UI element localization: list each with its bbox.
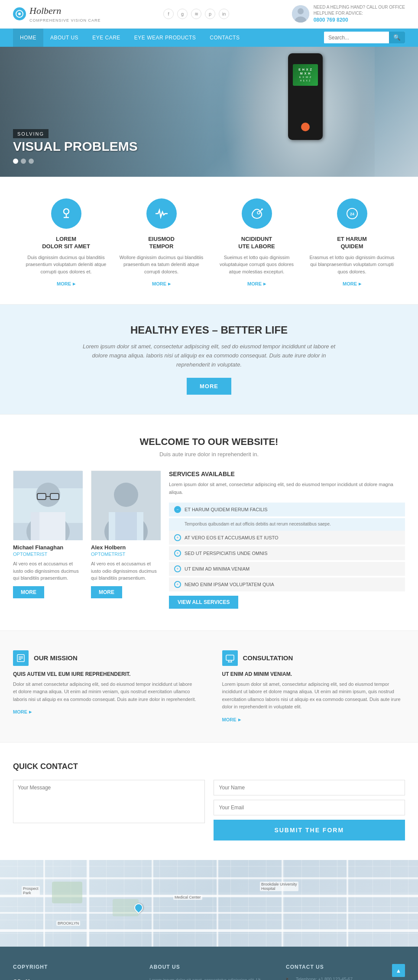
feature-icon-heartbeat (146, 198, 177, 229)
feature-desc-4: Erasmus et lotto quio dignissim ducimus … (309, 254, 395, 276)
hero-title: VISUAL PROBLEMS (13, 139, 138, 153)
contact-message-area (13, 780, 205, 840)
message-textarea[interactable] (13, 780, 205, 823)
welcome-section: WELCOME TO OUR WEBSITE! Duis aute irure … (0, 415, 418, 630)
feature-title-2: EIUSMODTEMPOR (118, 236, 205, 250)
scroll-to-top-button[interactable]: ▲ (392, 964, 405, 977)
view-all-services-button[interactable]: View All Services (169, 596, 238, 609)
nav-search-form: 🔍 (324, 32, 405, 43)
map-background: BROOKLYN ProspectPark Medical Center Bro… (0, 860, 418, 947)
doctor-title-1: OPTOMETRIST (13, 552, 82, 557)
nav-eye-care[interactable]: EYE CARE (85, 29, 127, 47)
social-icons-header: f g ≋ p in (163, 9, 229, 19)
consultation-subtitle: UT ENIM AD MINIM VENIAM. (222, 671, 405, 677)
consultation-title: CONSULTATION (243, 654, 293, 662)
banner-more-button[interactable]: MORE (187, 378, 231, 395)
consultation-more-link[interactable]: MORE (222, 717, 241, 722)
mission-col: OUR MISSION QUIS AUTEM VEL EUM IURE REPR… (13, 650, 196, 723)
hero-dot-3[interactable] (29, 159, 34, 164)
logo-sub: COMPREHENSIVE VISION CARE (29, 18, 101, 23)
feature-icon-eye-drop (242, 198, 272, 229)
footer-about-label: ABOUT US (149, 964, 269, 970)
svg-rect-26 (115, 512, 137, 540)
service-item-4[interactable]: + UT ENIM AD MINIMA VENIAM (169, 562, 405, 576)
feature-title-3: NCIDIDUNTUTE LABORE (214, 236, 300, 250)
service-label-4: UT ENIM AD MINIMA VENIAM (185, 566, 250, 571)
feature-more-4[interactable]: MORE (343, 281, 361, 286)
svg-point-10 (261, 208, 263, 210)
service-label-5: NEMO ENIM IPSAM VOLUPTATEM QUIA (185, 582, 274, 587)
doctor-card-2: Alex Holbern OPTOMETRIST Al vero eos et … (91, 471, 160, 608)
mission-grid: OUR MISSION QUIS AUTEM VEL EUM IURE REPR… (13, 650, 405, 723)
map-pin (134, 903, 143, 912)
banner-title: HEALTHY EYES – BETTER LIFE (13, 324, 405, 336)
welcome-grid: Michael Flanaghan OPTOMETRIST Al vero eo… (13, 471, 405, 608)
feature-title-1: LOREMDOLOR SIT AMET (23, 236, 110, 250)
nav-contacts[interactable]: CONTACTS (203, 29, 246, 47)
footer-contact-label: CONTACT US (286, 964, 324, 970)
feature-icon-microscope (51, 198, 81, 229)
feature-item-3: NCIDIDUNTUTE LABORE Sueimus et lotto qui… (214, 198, 300, 287)
name-input[interactable] (214, 780, 405, 795)
nav-home[interactable]: HOME (13, 29, 43, 47)
service-expand-icon-2: + (174, 534, 181, 541)
footer-about-col: ABOUT US Lorem ipsum dolor sit amet, con… (149, 964, 269, 980)
social-linkedin-header[interactable]: in (219, 9, 229, 19)
phone-icon: 📞 (286, 977, 292, 980)
email-input[interactable] (214, 800, 405, 815)
service-label-1: ET HARUM QUIDEM RERUM FACILIS (185, 507, 268, 512)
service-item-3[interactable]: + SED UT PERSPICIATIS UNDE OMNIS (169, 546, 405, 560)
doctor-more-button-1[interactable]: MORE (13, 586, 44, 598)
service-item-1[interactable]: − ET HARUM QUIDEM RERUM FACILIS (169, 503, 405, 516)
services-panel: SERVICES AVAILABLE Lorem ipsum dolor sit… (169, 471, 405, 608)
top-header: Holbern COMPREHENSIVE VISION CARE f g ≋ … (0, 0, 418, 29)
social-facebook-header[interactable]: f (163, 9, 174, 19)
feature-desc-1: Duis dignissim ducimus qui blanditiis pr… (23, 254, 110, 276)
service-label-2: AT VERO EOS ET ACCUSAMUS ET IUSTO (185, 535, 279, 540)
service-expand-icon-5: + (174, 581, 181, 588)
feature-more-1[interactable]: MORE (57, 281, 75, 286)
svg-point-3 (298, 8, 304, 14)
service-item-2[interactable]: + AT VERO EOS ET ACCUSAMUS ET IUSTO (169, 531, 405, 545)
social-rss-header[interactable]: ≋ (191, 9, 201, 19)
search-input[interactable] (324, 32, 389, 43)
social-google-header[interactable]: g (177, 9, 188, 19)
footer-grid: COPYRIGHT Holbern © 2014 Privacy policy … (13, 964, 405, 980)
doctor-desc-2: Al vero eos et accusamus et iusto odio d… (91, 560, 160, 582)
nav-about[interactable]: ABOUT US (43, 29, 85, 47)
footer-phone-text: Telephone: +1 800 123-45-67 (296, 977, 353, 980)
hero-content: SOLVING VISUAL PROBLEMS (0, 120, 151, 177)
logo-icon (13, 7, 26, 20)
mission-title: OUR MISSION (34, 654, 78, 662)
feature-more-3[interactable]: MORE (247, 281, 266, 286)
map-label-brooklyn: BROOKLYN (56, 921, 80, 926)
service-expand-icon-3: + (174, 550, 181, 557)
submit-button[interactable]: SUBMIT THE FORM (214, 820, 405, 840)
feature-item-1: LOREMDOLOR SIT AMET Duis dignissim ducim… (23, 198, 110, 287)
hero-dot-2[interactable] (21, 159, 26, 164)
search-button[interactable]: 🔍 (389, 32, 405, 43)
contact-title: QUICK CONTACT (13, 762, 405, 771)
svg-text:24: 24 (350, 212, 354, 216)
services-title: SERVICES AVAILABLE (169, 471, 405, 477)
svg-rect-21 (31, 512, 39, 540)
nav-eye-wear[interactable]: EYE WEAR PRODUCTS (127, 29, 203, 47)
social-pinterest-header[interactable]: p (205, 9, 215, 19)
doctor-desc-1: Al vero eos et accusamus et iusto odio d… (13, 560, 82, 582)
mission-text: Dolor sit amet consectetur adipiscing el… (13, 681, 196, 704)
service-item-5[interactable]: + NEMO ENIM IPSAM VOLUPTATEM QUIA (169, 578, 405, 591)
feature-title-4: ET HARUMQUIDEM (309, 236, 395, 250)
mission-more-link[interactable]: MORE (13, 709, 32, 714)
feature-more-2[interactable]: MORE (152, 281, 171, 286)
consultation-col: CONSULTATION UT ENIM AD MINIM VENIAM. Lo… (222, 650, 405, 723)
doctor-more-button-2[interactable]: MORE (91, 586, 122, 598)
svg-point-8 (257, 211, 260, 214)
feature-item-2: EIUSMODTEMPOR Wollore dignissim ducimus … (118, 198, 205, 287)
main-nav: HOME ABOUT US EYE CARE EYE WEAR PRODUCTS… (0, 29, 418, 47)
doctor-name-2: Alex Holbern (91, 544, 160, 551)
logo-area: Holbern COMPREHENSIVE VISION CARE (13, 5, 101, 23)
hero-dot-1[interactable] (13, 159, 18, 164)
hero-dots (13, 159, 138, 164)
footer-copyright-col: COPYRIGHT Holbern © 2014 Privacy policy … (13, 964, 132, 980)
svg-rect-31 (226, 655, 234, 660)
